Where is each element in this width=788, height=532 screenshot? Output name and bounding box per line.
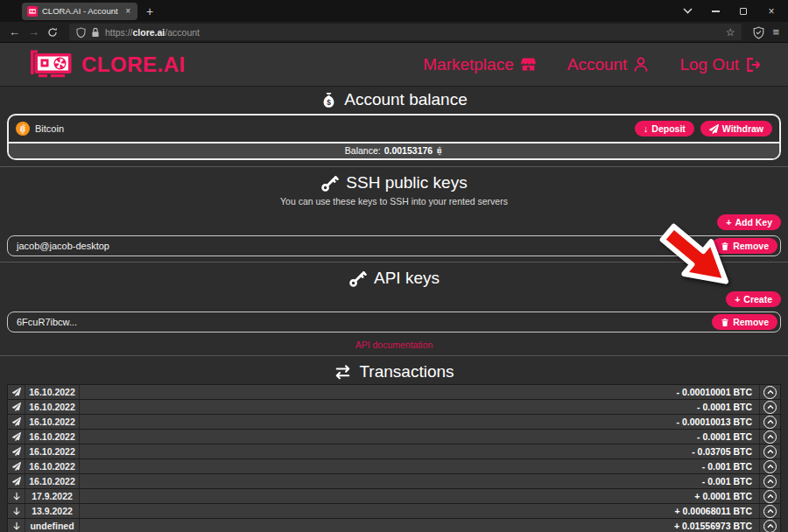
permissions-shield-icon[interactable] [753,26,764,38]
tab-list-chevron-down-icon[interactable] [676,4,699,19]
window-close-button[interactable]: × [760,4,783,19]
deposit-down-arrow-icon [12,492,21,501]
transaction-type-cell [8,459,25,473]
transaction-row: 13.9.2022 + 0.00068011 BTC [8,504,780,519]
transaction-date: 17.9.2022 [25,489,80,503]
nav-logout[interactable]: Log Out [679,55,762,74]
withdrawal-paper-plane-icon [12,432,21,441]
browser-tab-strip: CLORA.AI - Account × + × [0,0,788,22]
transaction-date: 16.10.2022 [25,430,80,444]
back-button[interactable]: ← [9,26,20,38]
chevron-up-icon [767,449,774,454]
tracking-shield-icon[interactable] [76,27,86,38]
ssh-subtitle: You can use these keys to SSH into your … [0,195,788,212]
new-tab-button[interactable]: + [146,4,153,18]
paper-plane-icon [709,124,719,134]
create-api-key-button[interactable]: + Create [726,291,781,307]
withdrawal-paper-plane-icon [12,417,21,426]
add-key-button[interactable]: + Add Key [717,214,781,230]
menu-hamburger-icon[interactable]: ≡ [772,25,779,38]
remove-ssh-key-button[interactable]: Remove [712,238,777,254]
asset-name: Bitcoin [35,123,64,134]
person-icon [632,55,650,74]
section-divider [0,355,788,356]
remove-api-key-button[interactable]: Remove [712,314,777,330]
transactions-section-title: Transactions [0,359,788,384]
balance-value-row: Balance: 0.00153176 B [9,142,779,158]
expand-transaction-button[interactable] [763,430,777,444]
transaction-amount: - 0.001 BTC [80,459,760,473]
withdrawal-paper-plane-icon [12,462,21,471]
transaction-date: undefined [25,519,80,532]
browser-tab[interactable]: CLORA.AI - Account × [22,3,137,20]
chevron-up-icon [767,508,774,514]
plus-icon: + [726,217,731,228]
transaction-row: 16.10.2022 - 0.03705 BTC [8,444,780,459]
transactions-table: 16.10.2022 - 0.00010001 BTC 16.10.2022 [7,384,781,532]
brand-logo[interactable]: CLORE.AI [30,48,186,81]
ssh-key-row: jacob@jacob-desktop Remove [7,235,781,256]
balance-section-title: $ Account balance [0,87,788,112]
address-input[interactable]: https://clore.ai/account ☆ [69,24,742,40]
key-icon [320,174,339,192]
browser-url-bar: ← → https://clore.ai/account ☆ ≡ [0,22,788,43]
expand-transaction-button[interactable] [763,401,777,414]
chevron-up-icon [767,434,774,439]
transaction-row: 16.10.2022 - 0.001 BTC [8,474,780,489]
window-minimize-button[interactable] [704,4,727,19]
tab-close-icon[interactable]: × [123,6,132,16]
bitcoin-symbol-icon: B [436,146,443,156]
api-key-name: 6FcuR7ibcw... [17,317,77,327]
expand-transaction-button[interactable] [763,445,777,458]
chevron-up-icon [767,404,774,410]
withdraw-button[interactable]: Withdraw [700,121,772,136]
withdrawal-paper-plane-icon [12,477,21,486]
deposit-button[interactable]: ↓ Deposit [635,121,694,136]
close-icon: × [768,5,774,18]
minimize-icon [712,10,720,12]
expand-transaction-button[interactable] [763,505,777,518]
deposit-down-arrow-icon [12,507,21,516]
window-maximize-button[interactable] [732,4,755,19]
lock-icon[interactable] [91,27,100,38]
expand-transaction-button[interactable] [763,520,777,532]
down-arrow-icon: ↓ [644,123,648,134]
asset-row: B Bitcoin [16,122,64,136]
gpu-logo-icon [30,48,75,81]
transaction-date: 16.10.2022 [25,415,80,429]
chevron-up-icon [767,494,774,499]
api-documentation-link[interactable]: API documentation [0,338,788,353]
trash-icon [721,318,729,327]
nav-marketplace[interactable]: Marketplace [423,55,538,74]
forward-button[interactable]: → [28,26,39,38]
transaction-type-cell [8,400,25,414]
reload-button[interactable] [47,27,58,38]
expand-transaction-button[interactable] [763,475,777,488]
tab-title: CLORA.AI - Account [42,6,119,16]
withdrawal-paper-plane-icon [12,388,21,396]
transaction-amount: - 0.001 BTC [80,474,760,488]
balance-value: 0.00153176 [384,145,433,156]
chevron-up-icon [767,479,774,484]
money-bag-icon: $ [320,91,337,109]
deposit-down-arrow-icon [12,522,21,531]
trash-icon [721,242,729,251]
transaction-type-cell [8,444,25,458]
transaction-amount: - 0.00010001 BTC [80,385,760,399]
transaction-date: 16.10.2022 [25,444,80,458]
expand-transaction-button[interactable] [763,386,777,399]
transaction-row: 16.10.2022 - 0.0001 BTC [8,400,780,415]
nav-account[interactable]: Account [567,55,651,74]
expand-transaction-button[interactable] [763,490,777,503]
logout-icon [744,56,762,74]
transaction-amount: - 0.00010013 BTC [80,415,760,429]
maximize-icon [740,8,747,15]
transaction-amount: - 0.0001 BTC [80,400,760,414]
section-divider [0,166,788,167]
bookmark-star-icon[interactable]: ☆ [726,26,735,38]
chevron-up-icon [767,523,774,528]
expand-transaction-button[interactable] [763,460,777,473]
transfer-arrows-icon [334,364,352,380]
api-section-title: API keys [0,265,788,290]
expand-transaction-button[interactable] [763,416,777,429]
